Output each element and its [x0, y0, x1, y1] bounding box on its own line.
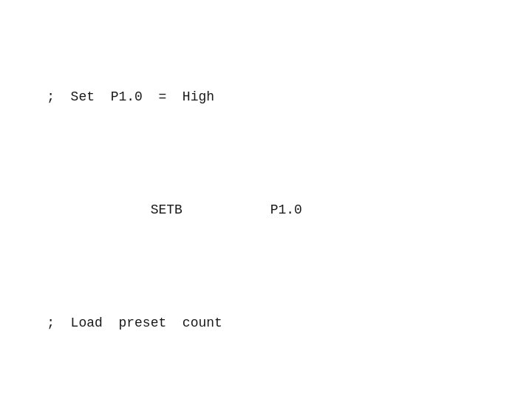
comment-semicolon-1: ; Set P1.0 = High — [47, 89, 214, 104]
code-line-1: ; Set P1.0 = High — [15, 63, 517, 131]
comment-load-preset: ; Load preset count — [47, 316, 222, 330]
code-line-2: SETB P1.0 — [15, 176, 517, 244]
instruction-setb: SETB P1.0 — [47, 202, 302, 217]
code-line-3: ; Load preset count — [15, 289, 517, 357]
code-container: ; Set P1.0 = High SETB P1.0 ; Load prese… — [15, 18, 517, 399]
